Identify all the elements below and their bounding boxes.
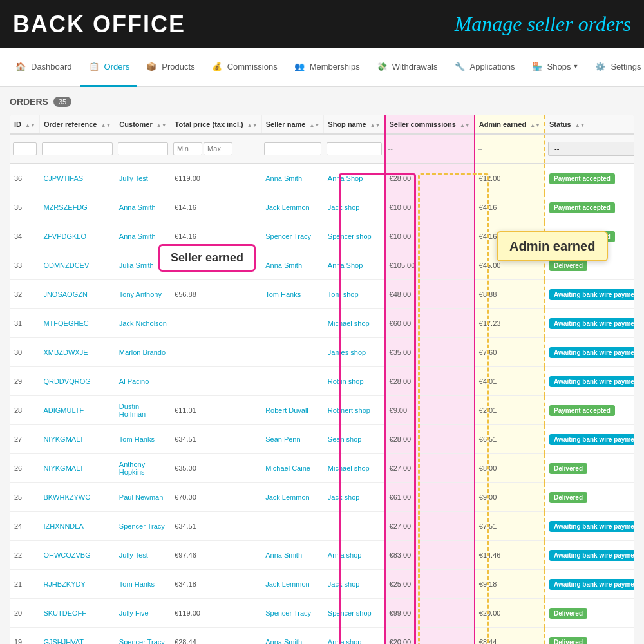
table-row: 24 IZHXNNDLA Spencer Tracy €34.51 — — €2… [10, 512, 634, 541]
nav-orders[interactable]: 📋 Orders [80, 48, 138, 87]
table-row: 28 ADIGMULTF Dustin Hoffman €11.01 Rober… [10, 396, 634, 425]
orders-table: ID ▲▼ Order reference ▲▼ Customer ▲▼ Tot… [10, 115, 634, 644]
cell-ref: GJSHJHVAT [39, 628, 115, 645]
cell-customer: Anthony Hopkins [115, 454, 171, 483]
cell-ref: NIYKGMALT [39, 425, 115, 454]
withdrawals-icon: 💸 [375, 60, 388, 73]
col-total[interactable]: Total price (tax incl.) ▲▼ [171, 115, 261, 134]
cell-id: 29 [10, 367, 39, 396]
cell-admin: €14.46 [475, 541, 545, 570]
filter-status[interactable]: -- Payment accepted Awaiting bank wire p… [548, 142, 634, 156]
cell-shop: Spencer shop [324, 222, 385, 251]
cell-seller [261, 309, 324, 338]
cell-customer: Dustin Hoffman [115, 396, 171, 425]
filter-ref[interactable] [42, 142, 112, 155]
cell-shop: — [324, 512, 385, 541]
cell-ref: ODMNZDCEV [39, 251, 115, 280]
cell-id: 32 [10, 280, 39, 309]
cell-admin: €8.00 [475, 454, 545, 483]
nav-withdrawals[interactable]: 💸 Withdrawals [368, 48, 446, 87]
orders-header: ORDERS 35 [10, 97, 634, 107]
cell-admin: €8.88 [475, 280, 545, 309]
filter-total-max[interactable] [204, 142, 232, 155]
cell-id: 19 [10, 628, 39, 645]
cell-total [171, 367, 261, 396]
status-badge: Awaiting bank wire payment [549, 376, 634, 387]
cell-commission: €83.00 [385, 541, 475, 570]
cell-admin: €17.23 [475, 309, 545, 338]
cell-status: Payment accepted [545, 164, 634, 193]
memberships-icon: 👥 [293, 60, 306, 73]
table-row: 22 OHWCOZVBG Jully Test €97.46 Anna Smit… [10, 541, 634, 570]
cell-ref: SKUTDEOFF [39, 599, 115, 628]
col-customer[interactable]: Customer ▲▼ [115, 115, 171, 134]
cell-shop: Jack shop [324, 570, 385, 599]
cell-ref: CJPWTIFAS [39, 164, 115, 193]
orders-icon: 📋 [88, 60, 100, 73]
cell-ref: ZFVPDGKLO [39, 222, 115, 251]
filter-id[interactable] [13, 142, 37, 155]
col-admin[interactable]: Admin earned ▲▼ [475, 115, 545, 134]
nav-commissions[interactable]: 💰 Commissions [203, 48, 285, 87]
nav-applications[interactable]: 🔧 Applications [446, 48, 523, 87]
shops-icon: 🏪 [531, 60, 544, 73]
cell-customer: Tom Hanks [115, 570, 171, 599]
status-badge: Delivered [549, 463, 587, 474]
cell-commission: €25.00 [385, 570, 475, 599]
col-status[interactable]: Status ▲▼ [545, 115, 634, 134]
cell-customer: Tom Hanks [115, 425, 171, 454]
cell-customer: Spencer Tracy [115, 628, 171, 645]
col-shop[interactable]: Shop name ▲▼ [324, 115, 385, 134]
filter-seller[interactable] [264, 142, 321, 155]
col-ref[interactable]: Order reference ▲▼ [39, 115, 115, 134]
status-badge: Awaiting bank wire payment [549, 318, 634, 329]
header: BACK OFFICE Manage seller orders [0, 0, 644, 48]
nav-products[interactable]: 📦 Products [137, 48, 202, 87]
products-icon: 📦 [145, 60, 158, 73]
cell-shop: Spencer shop [324, 599, 385, 628]
cell-status: Delivered [545, 628, 634, 645]
col-commission[interactable]: Seller commissions ▲▼ [385, 115, 475, 134]
cell-status: Payment accepted [545, 396, 634, 425]
cell-commission: €61.00 [385, 483, 475, 512]
cell-status: Awaiting bank wire payment [545, 367, 634, 396]
cell-id: 26 [10, 454, 39, 483]
cell-seller: Jack Lemmon [261, 570, 324, 599]
cell-id: 34 [10, 222, 39, 251]
cell-ref: NIYKGMALT [39, 454, 115, 483]
status-badge: Payment accepted [549, 405, 615, 416]
nav-memberships[interactable]: 👥 Memberships [285, 48, 368, 87]
filter-shop[interactable] [327, 142, 382, 155]
filter-total-min[interactable] [173, 142, 202, 155]
navigation: 🏠 Dashboard 📋 Orders 📦 Products 💰 Commis… [0, 48, 644, 87]
nav-dashboard[interactable]: 🏠 Dashboard [6, 48, 80, 87]
cell-shop: Anna Shop [324, 164, 385, 193]
cell-id: 30 [10, 338, 39, 367]
cell-customer: Al Pacino [115, 367, 171, 396]
cell-total: €11.01 [171, 396, 261, 425]
cell-shop: Robin shop [324, 367, 385, 396]
cell-admin: €9.18 [475, 570, 545, 599]
commissions-icon: 💰 [211, 60, 223, 73]
page-subtitle: Manage seller orders [455, 12, 631, 36]
shops-chevron: ▼ [573, 63, 578, 70]
seller-earned-label: Seller earned [158, 244, 256, 272]
cell-status: Awaiting bank wire payment [545, 425, 634, 454]
nav-settings[interactable]: ⚙️ Settings ▼ [586, 48, 644, 87]
cell-status: Payment accepted [545, 193, 634, 222]
col-seller[interactable]: Seller name ▲▼ [261, 115, 324, 134]
cell-commission: €10.00 [385, 222, 475, 251]
cell-admin: €7.51 [475, 512, 545, 541]
cell-customer: Jully Test [115, 164, 171, 193]
status-badge: Payment accepted [549, 202, 615, 213]
table-header-row: ID ▲▼ Order reference ▲▼ Customer ▲▼ Tot… [10, 115, 634, 134]
cell-commission: €10.00 [385, 193, 475, 222]
filter-customer[interactable] [118, 142, 168, 155]
nav-shops[interactable]: 🏪 Shops ▼ [523, 48, 587, 87]
cell-commission: €20.00 [385, 628, 475, 645]
cell-admin: €2.01 [475, 396, 545, 425]
col-id[interactable]: ID ▲▼ [10, 115, 39, 134]
cell-shop: Anna shop [324, 628, 385, 645]
cell-total: €34.51 [171, 512, 261, 541]
cell-commission: €28.00 [385, 425, 475, 454]
